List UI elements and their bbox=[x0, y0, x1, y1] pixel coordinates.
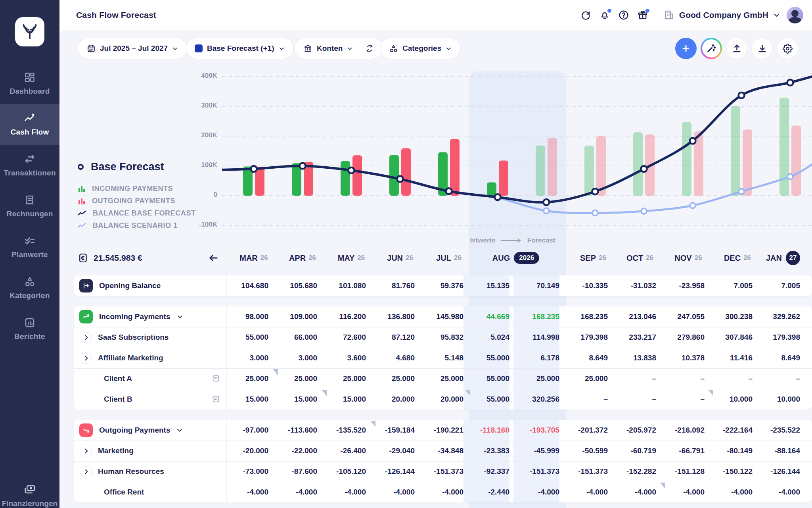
value-cell[interactable]: -152.282 bbox=[610, 461, 656, 482]
sidebar-item-dashboard[interactable]: Dashboard bbox=[0, 63, 59, 104]
note-icon[interactable] bbox=[212, 395, 220, 405]
date-range-filter[interactable]: Jul 2025 – Jul 2027 bbox=[78, 38, 187, 59]
accounts-filter[interactable]: Konten bbox=[294, 38, 383, 59]
value-cell[interactable]: – bbox=[754, 368, 800, 389]
value-cell[interactable]: 145.980 bbox=[417, 306, 463, 327]
row-label[interactable]: Incoming Payments bbox=[79, 306, 183, 327]
value-cell[interactable]: -50.599 bbox=[562, 441, 608, 461]
value-cell[interactable]: -159.184 bbox=[369, 420, 415, 441]
magic-assistant-button[interactable] bbox=[701, 38, 722, 59]
value-cell[interactable]: 10.378 bbox=[659, 348, 705, 368]
value-cell[interactable]: 20.000 bbox=[369, 389, 415, 410]
value-cell[interactable]: -22.000 bbox=[271, 441, 317, 461]
value-cell[interactable]: 25.000 bbox=[320, 368, 366, 389]
categories-filter[interactable]: Categories bbox=[380, 38, 461, 59]
app-logo[interactable] bbox=[15, 17, 44, 46]
value-cell[interactable]: -235.522 bbox=[754, 420, 800, 441]
value-cell[interactable]: -45.999 bbox=[513, 441, 559, 461]
value-cell[interactable]: 87.120 bbox=[369, 327, 415, 348]
value-cell[interactable]: 25.000 bbox=[417, 368, 463, 389]
sidebar-item-rechnungen[interactable]: Rechnungen bbox=[0, 186, 59, 227]
value-cell[interactable]: -150.122 bbox=[707, 461, 753, 482]
value-cell[interactable]: -2.440 bbox=[463, 482, 509, 502]
value-cell[interactable]: 109.000 bbox=[271, 306, 317, 327]
value-cell[interactable]: – bbox=[610, 368, 656, 389]
value-cell[interactable]: -4.000 bbox=[610, 482, 656, 502]
value-cell[interactable]: 3.600 bbox=[320, 348, 366, 368]
value-cell[interactable]: 66.000 bbox=[271, 327, 317, 348]
value-cell[interactable]: -4.000 bbox=[659, 482, 705, 502]
value-cell[interactable]: -190.221 bbox=[417, 420, 463, 441]
settings-button[interactable] bbox=[777, 38, 798, 59]
value-cell[interactable]: -26.400 bbox=[320, 441, 366, 461]
sidebar-item-berichte[interactable]: Berichte bbox=[0, 308, 59, 349]
value-cell[interactable]: 8.649 bbox=[754, 348, 800, 368]
scenario-filter[interactable]: Base Forecast (+1) bbox=[186, 38, 294, 59]
value-cell[interactable]: 4.680 bbox=[369, 348, 415, 368]
value-cell[interactable]: 25.000 bbox=[271, 368, 317, 389]
value-cell[interactable]: -151.373 bbox=[562, 461, 608, 482]
value-cell[interactable]: -34.848 bbox=[417, 441, 463, 461]
value-cell[interactable]: 70.149 bbox=[513, 275, 559, 296]
value-cell[interactable]: 307.846 bbox=[707, 327, 753, 348]
legend-item-balance-scenario[interactable]: BALANCE SCENARIO 1 bbox=[78, 219, 196, 232]
sidebar-item-transaktionen[interactable]: Transaktionen bbox=[0, 145, 59, 186]
value-cell[interactable]: -92.337 bbox=[463, 461, 509, 482]
value-cell[interactable]: -151.128 bbox=[659, 461, 705, 482]
value-cell[interactable]: -4.000 bbox=[513, 482, 559, 502]
value-cell[interactable]: -88.164 bbox=[754, 441, 800, 461]
user-avatar[interactable] bbox=[787, 7, 803, 23]
refresh-button[interactable] bbox=[576, 6, 595, 25]
row-label[interactable]: Client A bbox=[79, 368, 132, 389]
value-cell[interactable]: -151.373 bbox=[513, 461, 559, 482]
value-cell[interactable]: 13.838 bbox=[610, 348, 656, 368]
add-button[interactable] bbox=[675, 38, 697, 59]
value-cell[interactable]: -4.000 bbox=[320, 482, 366, 502]
value-cell[interactable]: 25.000 bbox=[562, 368, 608, 389]
value-cell[interactable]: 329.262 bbox=[754, 306, 800, 327]
value-cell[interactable]: 5.024 bbox=[463, 327, 509, 348]
value-cell[interactable]: 168.235 bbox=[562, 306, 608, 327]
value-cell[interactable]: -4.000 bbox=[369, 482, 415, 502]
value-cell[interactable]: -23.383 bbox=[463, 441, 509, 461]
gift-button[interactable] bbox=[633, 6, 652, 25]
value-cell[interactable]: -105.120 bbox=[320, 461, 366, 482]
value-cell[interactable]: 15.000 bbox=[271, 389, 317, 410]
value-cell[interactable]: 247.055 bbox=[659, 306, 705, 327]
value-cell[interactable]: 15.000 bbox=[222, 389, 268, 410]
row-label[interactable]: Affiliate Marketing bbox=[79, 348, 163, 368]
value-cell[interactable]: 213.046 bbox=[610, 306, 656, 327]
value-cell[interactable]: -126.144 bbox=[369, 461, 415, 482]
row-label[interactable]: Marketing bbox=[79, 441, 134, 461]
sync-icon[interactable] bbox=[365, 44, 374, 53]
value-cell[interactable]: -4.000 bbox=[417, 482, 463, 502]
legend-item-incoming[interactable]: INCOMING PAYMENTS bbox=[78, 183, 196, 195]
row-label[interactable]: Outgoing Payments bbox=[79, 420, 183, 441]
row-label[interactable]: Human Resources bbox=[79, 461, 164, 482]
value-cell[interactable]: 104.680 bbox=[222, 275, 268, 296]
value-cell[interactable]: -216.092 bbox=[659, 420, 705, 441]
value-cell[interactable]: -113.600 bbox=[271, 420, 317, 441]
value-cell[interactable]: -118.160 bbox=[463, 420, 509, 441]
value-cell[interactable]: 179.398 bbox=[562, 327, 608, 348]
expand-button[interactable] bbox=[81, 446, 92, 456]
value-cell[interactable]: -151.373 bbox=[417, 461, 463, 482]
value-cell[interactable]: – bbox=[707, 368, 753, 389]
expand-button[interactable] bbox=[81, 353, 92, 364]
value-cell[interactable]: -97.000 bbox=[222, 420, 268, 441]
value-cell[interactable]: -201.372 bbox=[562, 420, 608, 441]
help-button[interactable] bbox=[614, 6, 633, 25]
row-label[interactable]: Office Rent bbox=[79, 482, 144, 502]
value-cell[interactable]: -23.958 bbox=[659, 275, 705, 296]
value-cell[interactable]: -73.000 bbox=[222, 461, 268, 482]
sidebar-item-planwerte[interactable]: Planwerte bbox=[0, 227, 59, 267]
value-cell[interactable]: -10.335 bbox=[562, 275, 608, 296]
sidebar-item-finanzierungen[interactable]: Finanzierungen bbox=[0, 483, 59, 508]
value-cell[interactable]: 55.000 bbox=[463, 389, 509, 410]
value-cell[interactable]: -80.149 bbox=[707, 441, 753, 461]
value-cell[interactable]: -126.144 bbox=[754, 461, 800, 482]
value-cell[interactable]: 55.000 bbox=[463, 348, 509, 368]
expand-button[interactable] bbox=[81, 466, 92, 477]
value-cell[interactable]: 279.860 bbox=[659, 327, 705, 348]
value-cell[interactable]: -66.791 bbox=[659, 441, 705, 461]
